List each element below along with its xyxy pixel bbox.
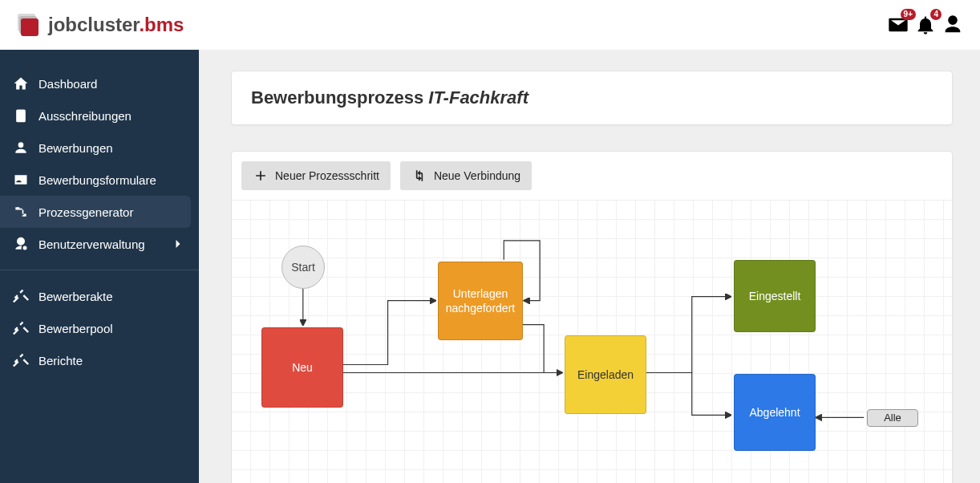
process-node-neu[interactable]: Neu — [261, 327, 343, 408]
person-icon — [13, 140, 29, 156]
process-node-abgelehnt[interactable]: Abgelehnt — [734, 374, 816, 451]
user-icon[interactable] — [942, 14, 964, 36]
sidebar-item-ausschreibungen[interactable]: Ausschreibungen — [0, 99, 199, 132]
new-connection-button[interactable]: Neue Verbindung — [400, 161, 532, 190]
sidebar-divider — [0, 270, 199, 270]
brand-logo[interactable]: jobcluster.bms — [18, 13, 184, 37]
sidebar-label: Benutzerverwaltung — [38, 237, 145, 251]
plus-icon — [253, 168, 269, 184]
sidebar-label: Bewerberakte — [38, 290, 113, 303]
logo-icon — [18, 13, 42, 37]
sidebar-label: Berichte — [38, 354, 83, 367]
process-node-start[interactable]: Start — [281, 246, 325, 289]
page-title-panel: Bewerbungsprozess IT-Fachkraft — [231, 71, 953, 125]
mail-icon[interactable]: 9+ — [887, 14, 909, 36]
process-canvas[interactable]: Start Neu Unterlagen nachgefordert Einge… — [232, 200, 952, 483]
sidebar-label: Bewerbungen — [38, 141, 113, 155]
svg-point-0 — [23, 246, 27, 250]
process-node-unterlagen[interactable]: Unterlagen nachgefordert — [438, 262, 523, 340]
sidebar-item-bewerbungen[interactable]: Bewerbungen — [0, 132, 199, 164]
new-step-button[interactable]: Neuer Prozessschritt — [241, 161, 391, 190]
admin-icon — [13, 236, 29, 252]
clipboard-icon — [13, 108, 29, 124]
sidebar-item-bewerberpool[interactable]: Bewerberpool — [0, 312, 199, 344]
bell-badge: 4 — [930, 9, 942, 20]
flow-icon — [13, 204, 29, 220]
process-node-eingestellt[interactable]: Eingestellt — [734, 260, 816, 332]
app-header: jobcluster.bms 9+ 4 — [0, 0, 980, 50]
connection-icon — [411, 168, 427, 184]
process-canvas-panel: Neuer Prozessschritt Neue Verbindung — [231, 151, 953, 483]
chevron-right-icon — [170, 236, 186, 252]
sidebar-label: Ausschreibungen — [38, 109, 132, 123]
sidebar-label: Bewerbungsformulare — [38, 173, 156, 187]
sidebar-item-bewerberakte[interactable]: Bewerberakte — [0, 280, 199, 312]
sidebar-item-formulare[interactable]: Bewerbungsformulare — [0, 164, 199, 196]
page-title: Bewerbungsprozess IT-Fachkraft — [251, 87, 933, 108]
process-node-alle[interactable]: Alle — [867, 409, 918, 427]
sidebar-label: Dashboard — [38, 77, 97, 91]
sidebar-item-dashboard[interactable]: Dashboard — [0, 67, 199, 99]
brand-text: jobcluster.bms — [48, 14, 184, 36]
sidebar-item-benutzerverwaltung[interactable]: Benutzerverwaltung — [0, 228, 199, 260]
sidebar-item-prozessgenerator[interactable]: Prozessgenerator — [0, 196, 191, 228]
main-area: Bewerbungsprozess IT-Fachkraft Neuer Pro… — [199, 50, 969, 483]
tools-icon — [13, 320, 29, 336]
sidebar-label: Bewerberpool — [38, 322, 113, 335]
process-node-eingeladen[interactable]: Eingeladen — [565, 335, 646, 414]
sidebar-label: Prozessgenerator — [38, 205, 133, 219]
canvas-toolbar: Neuer Prozessschritt Neue Verbindung — [232, 152, 952, 200]
sidebar-item-berichte[interactable]: Berichte — [0, 344, 199, 376]
bell-icon[interactable]: 4 — [914, 14, 937, 36]
sidebar: Dashboard Ausschreibungen Bewerbungen Be… — [0, 50, 199, 483]
id-card-icon — [13, 172, 29, 188]
home-icon — [13, 75, 29, 91]
tools-icon — [13, 288, 29, 304]
tools-icon — [13, 352, 29, 368]
